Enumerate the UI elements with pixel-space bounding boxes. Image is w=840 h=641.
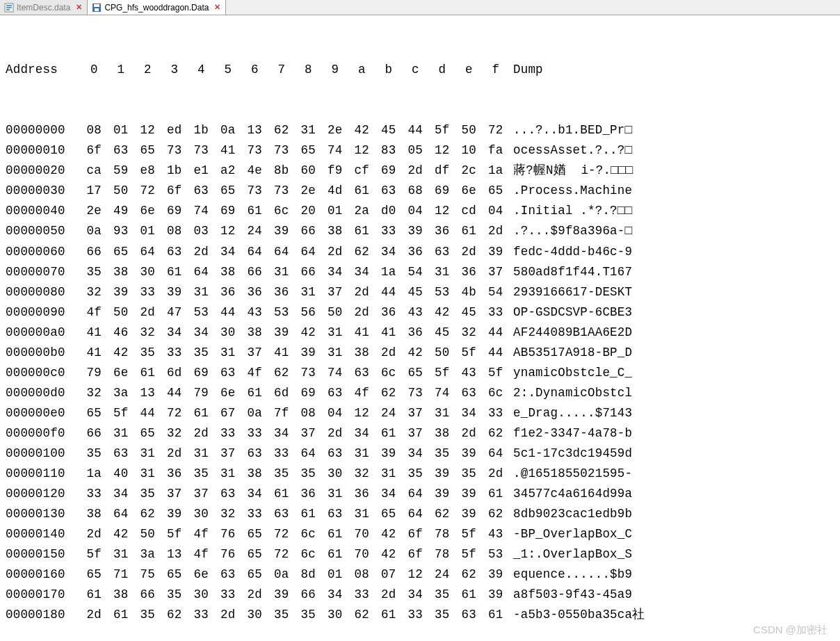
hex-byte[interactable]: 50	[108, 302, 135, 323]
hex-byte[interactable]: 37	[322, 282, 349, 302]
hex-byte[interactable]: 53	[429, 282, 456, 302]
hex-byte[interactable]: 0a	[268, 565, 296, 585]
hex-byte[interactable]: 10	[455, 140, 483, 161]
hex-row[interactable]: 000000301750726f636573732e4d616368696e65…	[6, 181, 834, 201]
hex-byte[interactable]: 38	[108, 262, 135, 282]
hex-byte[interactable]: 01	[134, 221, 161, 241]
hex-row[interactable]: 0000007035383061643866316634341a54313637…	[6, 262, 834, 282]
hex-byte[interactable]: 74	[188, 201, 215, 221]
hex-byte[interactable]: 69	[188, 363, 215, 383]
hex-byte[interactable]: 65	[108, 242, 135, 262]
hex-byte[interactable]: cd	[455, 201, 483, 221]
hex-byte[interactable]: 70	[348, 544, 375, 565]
hex-byte[interactable]: 2d	[134, 302, 161, 323]
hex-byte[interactable]: 73	[241, 181, 268, 201]
hex-byte[interactable]: e8	[134, 161, 161, 181]
hex-byte[interactable]: 62	[375, 383, 403, 403]
hex-byte[interactable]: 6e	[108, 363, 135, 383]
hex-byte[interactable]: 39	[295, 343, 322, 363]
hex-byte[interactable]: 93	[108, 221, 135, 241]
hex-view[interactable]: Address 0 1 2 3 4 5 6 7 8 9 a b c d e f …	[0, 15, 840, 641]
hex-byte[interactable]: 50	[455, 120, 483, 140]
hex-byte[interactable]: 30	[322, 605, 349, 625]
hex-byte[interactable]: 73	[295, 363, 322, 383]
hex-byte[interactable]: 65	[483, 181, 510, 201]
hex-byte[interactable]: 72	[483, 120, 510, 140]
hex-byte[interactable]: 33	[348, 585, 375, 605]
hex-byte[interactable]: 42	[295, 323, 322, 343]
hex-byte[interactable]: 39	[108, 282, 135, 302]
hex-byte[interactable]: 01	[322, 565, 349, 585]
hex-row[interactable]: 00000020ca59e81be1a24e8b60f9cf692ddf2c1a…	[6, 161, 834, 181]
hex-byte[interactable]: 63	[215, 363, 242, 383]
hex-byte[interactable]: 31	[348, 444, 375, 464]
hex-row[interactable]: 000000d0323a1344796e616d69634f627374636c…	[6, 383, 834, 403]
hex-byte[interactable]: 46	[108, 323, 135, 343]
hex-byte[interactable]: 65	[295, 140, 322, 161]
hex-byte[interactable]: 41	[81, 343, 108, 363]
hex-byte[interactable]: 37	[241, 343, 268, 363]
hex-byte[interactable]: 62	[268, 120, 296, 140]
hex-byte[interactable]: 39	[268, 585, 296, 605]
hex-byte[interactable]: 33	[215, 585, 242, 605]
hex-byte[interactable]: 2d	[215, 605, 242, 625]
hex-byte[interactable]: 62	[483, 423, 510, 444]
hex-byte[interactable]: 31	[215, 464, 242, 484]
hex-byte[interactable]: 30	[241, 605, 268, 625]
hex-byte[interactable]: 39	[429, 464, 456, 484]
hex-byte[interactable]: 31	[295, 282, 322, 302]
hex-byte[interactable]: 38	[81, 504, 108, 524]
hex-byte[interactable]: 83	[375, 140, 403, 161]
hex-byte[interactable]: 60	[295, 161, 322, 181]
hex-byte[interactable]: 24	[375, 403, 403, 423]
hex-byte[interactable]: 12	[134, 120, 161, 140]
hex-byte[interactable]: 45	[375, 120, 403, 140]
hex-byte[interactable]: 39	[455, 444, 483, 464]
hex-row[interactable]: 000000a041463234343038394231414136453244…	[6, 323, 834, 343]
hex-byte[interactable]: 8b	[268, 161, 296, 181]
hex-byte[interactable]: 53	[268, 302, 296, 323]
hex-byte[interactable]: 68	[402, 181, 429, 201]
hex-byte[interactable]: 66	[81, 242, 108, 262]
hex-byte[interactable]: 31	[108, 544, 135, 565]
hex-byte[interactable]: 12	[429, 140, 456, 161]
hex-row[interactable]: 000001003563312d313763336463313934353964…	[6, 444, 834, 464]
hex-byte[interactable]: 41	[375, 323, 403, 343]
hex-byte[interactable]: 66	[295, 221, 322, 241]
hex-byte[interactable]: 72	[161, 403, 188, 423]
hex-byte[interactable]: 6c	[295, 524, 322, 544]
hex-byte[interactable]: 12	[215, 221, 242, 241]
hex-byte[interactable]: d0	[375, 201, 403, 221]
hex-byte[interactable]: 63	[322, 383, 349, 403]
hex-byte[interactable]: 63	[215, 484, 242, 504]
hex-byte[interactable]: 4d	[322, 181, 349, 201]
hex-byte[interactable]: 24	[429, 565, 456, 585]
hex-byte[interactable]: ed	[161, 120, 188, 140]
hex-byte[interactable]: 38	[429, 423, 456, 444]
hex-byte[interactable]: 35	[188, 464, 215, 484]
hex-byte[interactable]: 41	[81, 323, 108, 343]
hex-byte[interactable]: 61	[322, 544, 349, 565]
hex-byte[interactable]: 62	[268, 363, 296, 383]
hex-byte[interactable]: 65	[241, 565, 268, 585]
hex-byte[interactable]: 03	[188, 221, 215, 241]
hex-byte[interactable]: 64	[402, 504, 429, 524]
hex-byte[interactable]: 32	[81, 383, 108, 403]
hex-byte[interactable]: 36	[402, 323, 429, 343]
hex-byte[interactable]: 66	[81, 423, 108, 444]
hex-byte[interactable]: 41	[268, 343, 296, 363]
hex-byte[interactable]: 12	[348, 140, 375, 161]
hex-byte[interactable]: 37	[215, 444, 242, 464]
hex-byte[interactable]: 6f	[402, 524, 429, 544]
hex-byte[interactable]: 2d	[161, 444, 188, 464]
hex-byte[interactable]: 5f	[483, 363, 510, 383]
hex-byte[interactable]: 44	[483, 343, 510, 363]
hex-byte[interactable]: 2d	[455, 242, 483, 262]
hex-byte[interactable]: 39	[268, 323, 296, 343]
hex-byte[interactable]: 61	[188, 403, 215, 423]
hex-byte[interactable]: 63	[348, 363, 375, 383]
hex-byte[interactable]: 34	[348, 262, 375, 282]
hex-byte[interactable]: 35	[134, 343, 161, 363]
hex-byte[interactable]: 42	[108, 524, 135, 544]
hex-byte[interactable]: 42	[348, 120, 375, 140]
